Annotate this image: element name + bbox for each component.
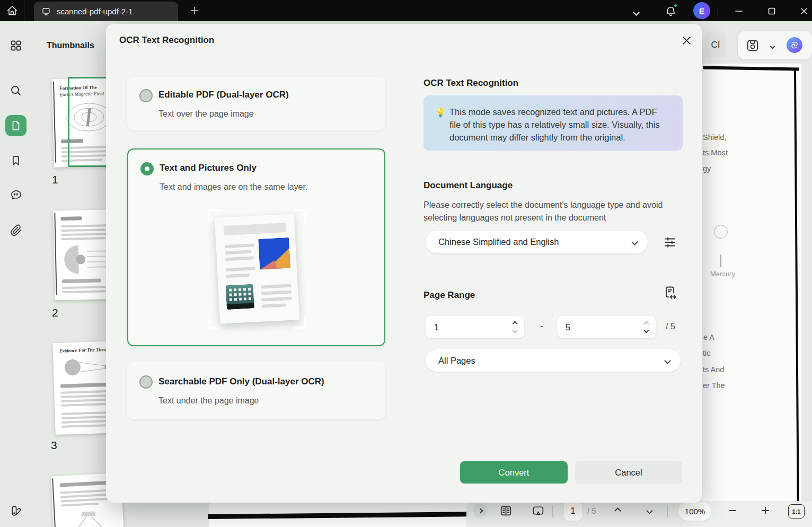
dialog-title: OCR Text Recognition xyxy=(119,35,214,46)
presentation-mode-button[interactable] xyxy=(531,504,545,517)
page-text-fragment: gy xyxy=(703,164,711,173)
color-swatches-icon xyxy=(10,505,22,517)
option-description: Text under the page image xyxy=(158,396,259,406)
sidebar-item-bookmarks[interactable] xyxy=(5,150,27,171)
thumbnail-title-text: Evidence For The Theo xyxy=(59,347,107,354)
ocr-dialog: OCR Text Recognition Editable PDF (Dual-… xyxy=(106,24,702,503)
thumbnail-page-number: 3 xyxy=(51,439,57,452)
page-text-fragment: ts And xyxy=(703,365,724,374)
comment-icon xyxy=(10,189,22,201)
language-select[interactable]: Chinese Simplified and English xyxy=(426,231,648,253)
sliders-icon xyxy=(663,235,677,249)
document-tab-label: scanned-pdf-updf-2-1 xyxy=(57,7,133,16)
page-number-input[interactable]: 1 xyxy=(564,502,582,521)
stepper-down-icon[interactable] xyxy=(513,328,518,333)
option-description: Text and images are on the same layer. xyxy=(160,182,307,192)
range-to-value: 5 xyxy=(566,322,570,332)
range-from-input[interactable]: 1 xyxy=(426,316,524,338)
attachment-icon xyxy=(10,224,22,236)
tab-list-chevron[interactable] xyxy=(634,7,639,17)
thumbnail-title-text: Formation Of The xyxy=(59,85,97,91)
titlebar-divider xyxy=(718,6,718,15)
stepper-up-icon[interactable] xyxy=(513,321,518,327)
photo-teal-building xyxy=(226,284,254,310)
toolbar-divider xyxy=(552,505,553,517)
maximize-icon xyxy=(768,7,775,15)
chevron-down-icon xyxy=(664,357,671,364)
actual-size-button[interactable]: 1:1 xyxy=(788,504,805,519)
sidebar xyxy=(0,21,32,527)
option-text-and-pictures[interactable]: Text and Pictures Only Text and images a… xyxy=(127,148,385,346)
clipped-toolbar-button[interactable]: CI xyxy=(705,32,726,57)
expand-toolbar-button[interactable] xyxy=(473,503,488,518)
option-editable-pdf[interactable]: Editable PDF (Dual-layer OCR) Text over … xyxy=(127,77,385,130)
scan-document-icon xyxy=(41,7,51,16)
range-to-input[interactable]: 5 xyxy=(557,316,656,338)
previous-page-button[interactable] xyxy=(611,504,624,517)
next-page-button[interactable] xyxy=(642,504,656,517)
save-options-button[interactable] xyxy=(767,41,777,51)
radio-unselected[interactable] xyxy=(139,89,153,102)
page-text-fragment: er The xyxy=(703,381,725,390)
option-description: Text over the page image xyxy=(158,109,254,119)
home-button[interactable] xyxy=(0,0,24,21)
thumbnail-page-number: 1 xyxy=(52,173,58,186)
search-icon xyxy=(10,84,22,97)
radio-selected[interactable] xyxy=(140,162,154,175)
chevron-down-icon xyxy=(646,507,653,514)
settings-heading: OCR Text Recognition xyxy=(423,78,518,89)
zoom-in-button[interactable] xyxy=(758,504,772,517)
save-icon xyxy=(746,39,760,52)
language-advanced-button[interactable] xyxy=(663,235,677,250)
dialog-close-button[interactable] xyxy=(679,33,693,47)
sidebar-item-comments[interactable] xyxy=(5,184,27,205)
sidebar-item-search[interactable] xyxy=(5,80,27,101)
dialog-column-divider xyxy=(404,74,404,431)
page-text-fragment: e A xyxy=(703,333,714,341)
document-language-heading: Document Language xyxy=(423,180,513,191)
option-title: Editable PDF (Dual-layer OCR) xyxy=(158,90,289,100)
save-toolbar-group xyxy=(738,31,812,59)
sidebar-item-home-grid[interactable] xyxy=(5,35,27,56)
option-title: Searchable PDF Only (Dual-layer OCR) xyxy=(158,376,324,387)
cancel-button[interactable]: Cancel xyxy=(575,461,682,484)
home-icon xyxy=(6,5,18,16)
close-icon xyxy=(800,7,808,15)
stepper-up-icon[interactable] xyxy=(644,321,649,327)
page-range-button[interactable] xyxy=(662,285,678,301)
avatar[interactable]: E xyxy=(693,2,710,19)
chevron-down-icon xyxy=(631,239,638,245)
zoom-level-input[interactable]: 100% xyxy=(678,502,711,521)
minimize-button[interactable] xyxy=(732,4,746,18)
convert-button[interactable]: Convert xyxy=(460,461,568,484)
two-page-view-icon xyxy=(499,504,513,517)
page-layout-button[interactable] xyxy=(499,504,513,517)
diagram-label: Mercury xyxy=(710,270,735,278)
sidebar-item-swatches[interactable] xyxy=(5,500,27,521)
ai-assistant-button[interactable] xyxy=(787,37,802,53)
option-searchable-pdf[interactable]: Searchable PDF Only (Dual-layer OCR) Tex… xyxy=(127,362,385,419)
flow-diagram-sketch xyxy=(64,510,113,527)
stepper-down-icon[interactable] xyxy=(644,328,649,333)
radio-unselected[interactable] xyxy=(139,375,153,389)
page-range-heading: Page Range xyxy=(423,290,475,301)
maximize-button[interactable] xyxy=(765,4,779,18)
range-separator: - xyxy=(538,321,545,331)
thumbnail-title-text: Earth's Magnetic Field xyxy=(59,91,104,97)
notifications-button[interactable] xyxy=(664,4,677,18)
page-text-fragment: Shield, xyxy=(703,133,726,142)
sidebar-item-thumbnails[interactable] xyxy=(5,115,27,136)
save-button[interactable] xyxy=(745,38,760,53)
mode-tip-box: 💡 This mode saves recognized text and pi… xyxy=(423,95,683,151)
sidebar-item-attachments[interactable] xyxy=(5,219,27,241)
document-tab[interactable]: scanned-pdf-updf-2-1 xyxy=(34,2,178,21)
range-total-label: / 5 xyxy=(666,322,675,331)
page-total-label: / 5 xyxy=(587,506,596,515)
page-text-fragment: ts Most xyxy=(703,148,728,157)
zoom-out-button[interactable] xyxy=(726,504,739,517)
close-window-button[interactable] xyxy=(797,4,811,18)
chevron-up-icon xyxy=(614,507,621,514)
new-tab-button[interactable] xyxy=(188,4,201,17)
language-hint-text: Please correctly select the document's l… xyxy=(423,199,666,224)
pages-mode-select[interactable]: All Pages xyxy=(426,349,681,372)
